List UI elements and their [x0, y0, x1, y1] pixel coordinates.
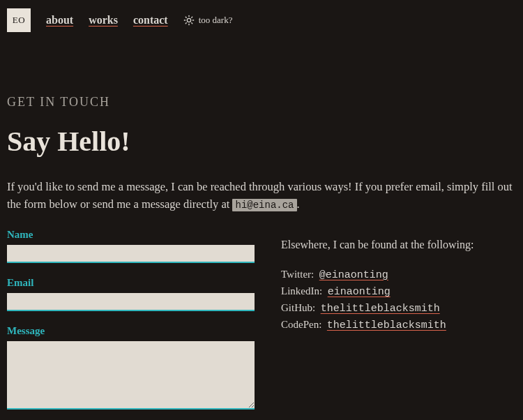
- social-platform-label: Twitter:: [281, 269, 314, 280]
- contact-form: Name Email Message Send Message: [7, 229, 255, 421]
- svg-line-3: [185, 17, 186, 17]
- social-link-twitter[interactable]: @einaonting: [319, 269, 388, 281]
- top-nav: EO about works contact too dark?: [7, 8, 516, 32]
- social-row-linkedin: LinkedIn: einaonting: [281, 283, 516, 300]
- logo[interactable]: EO: [7, 8, 31, 32]
- email-input[interactable]: [7, 293, 255, 311]
- svg-point-0: [187, 18, 190, 22]
- social-platform-label: GitHub:: [281, 302, 315, 313]
- elsewhere-block: Elsewhere, I can be found at the followi…: [281, 229, 516, 421]
- contact-section: GET IN TOUCH Say Hello! If you'd like to…: [7, 32, 516, 420]
- intro-text-after: .: [297, 197, 300, 211]
- social-platform-label: LinkedIn:: [281, 285, 322, 297]
- social-platform-label: CodePen:: [281, 319, 321, 330]
- page-title: Say Hello!: [7, 125, 516, 158]
- message-label: Message: [7, 325, 255, 337]
- social-link-codepen[interactable]: thelittleblacksmith: [327, 320, 446, 331]
- elsewhere-intro: Elsewhere, I can be found at the followi…: [281, 239, 516, 251]
- theme-toggle-label: too dark?: [199, 15, 233, 26]
- nav-link-contact[interactable]: contact: [133, 14, 168, 27]
- message-textarea[interactable]: [7, 341, 255, 410]
- name-input[interactable]: [7, 245, 255, 263]
- email-label: Email: [7, 277, 255, 289]
- sun-icon: [183, 15, 195, 26]
- theme-toggle[interactable]: too dark?: [183, 15, 233, 26]
- social-link-linkedin[interactable]: einaonting: [328, 286, 391, 298]
- section-eyebrow: GET IN TOUCH: [7, 95, 516, 110]
- svg-line-8: [191, 17, 192, 17]
- svg-line-7: [185, 23, 186, 24]
- email-chip[interactable]: hi@eina.ca: [232, 199, 296, 211]
- social-row-codepen: CodePen: thelittleblacksmith: [281, 317, 516, 333]
- social-link-github[interactable]: thelittleblacksmith: [321, 303, 440, 315]
- nav-link-about[interactable]: about: [46, 14, 73, 27]
- name-label: Name: [7, 229, 255, 241]
- social-row-twitter: Twitter: @einaonting: [281, 267, 516, 283]
- nav-link-works[interactable]: works: [89, 14, 118, 27]
- social-row-github: GitHub: thelittleblacksmith: [281, 300, 516, 317]
- intro-paragraph: If you'd like to send me a message, I ca…: [7, 179, 516, 213]
- svg-line-4: [191, 23, 192, 24]
